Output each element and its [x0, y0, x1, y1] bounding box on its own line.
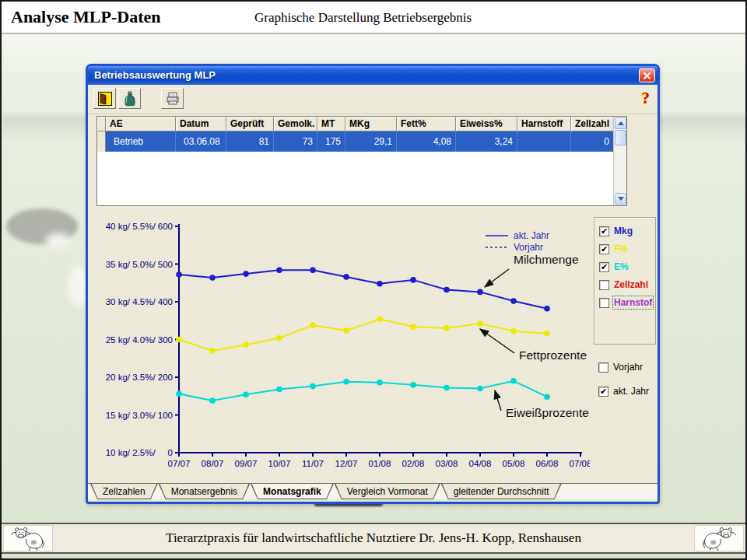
toolbar: ? — [88, 85, 658, 114]
column-header[interactable]: AE — [106, 117, 176, 131]
column-header[interactable]: MT — [317, 117, 345, 131]
checkbox-harnstof[interactable]: Harnstof — [599, 297, 655, 308]
page-header: Analyse MLP-Daten Graphische Darstellung… — [2, 2, 745, 34]
unchecked-checkbox-icon[interactable] — [598, 362, 608, 373]
milk-bottle-icon — [122, 91, 138, 107]
series-checkbox-group: ✔Mkg✔F%✔E%ZellzahlHarnstof — [594, 217, 656, 345]
checked-checkbox-icon[interactable]: ✔ — [598, 387, 608, 397]
grid-cell[interactable]: 29,1 — [345, 131, 397, 152]
year-checkbox-group: Vorjahr✔akt. Jahr — [598, 362, 649, 410]
grid-scrollbar[interactable] — [613, 117, 626, 205]
cow-clipart-right — [694, 525, 744, 551]
column-header[interactable]: Geprüft — [226, 117, 274, 131]
background-cow-shape — [45, 233, 72, 249]
exit-door-icon — [97, 91, 113, 107]
tab-monatsergebnis[interactable]: Monatsergebnis — [159, 484, 250, 499]
grid-cell[interactable]: Betrieb — [106, 131, 176, 152]
print-button[interactable] — [161, 88, 184, 109]
page-title: Analyse MLP-Daten — [11, 7, 160, 27]
app-window: Betriebsauswertung MLP — [86, 64, 660, 504]
svg-text:08/07: 08/07 — [202, 459, 224, 468]
tab-monatsgrafik[interactable]: Monatsgrafik — [251, 484, 334, 499]
tab-label: Monatsergebnis — [159, 484, 250, 497]
column-header[interactable]: Harnstoff — [517, 117, 571, 131]
grid-cell[interactable]: 4,08 — [397, 131, 456, 152]
tab-label: Zellzahlen — [90, 484, 158, 497]
grid-cell[interactable]: 03.06.08 — [176, 131, 226, 152]
checkbox-zellzahl[interactable]: Zellzahl — [599, 279, 655, 290]
checkbox-akt-jahr[interactable]: ✔akt. Jahr — [598, 386, 649, 397]
column-header[interactable]: Zellzahl — [571, 117, 613, 131]
svg-text:01/08: 01/08 — [369, 459, 391, 468]
svg-text:07/08: 07/08 — [570, 459, 590, 468]
scroll-up-button[interactable] — [615, 117, 626, 129]
checked-checkbox-icon[interactable]: ✔ — [599, 226, 609, 236]
window-titlebar[interactable]: Betriebsauswertung MLP — [88, 66, 658, 85]
grid-header-row: AEDatumGeprüftGemolk.MTMKgFett%Eiweiss%H… — [97, 117, 613, 131]
svg-text:35 kg/ 5.0%/ 500: 35 kg/ 5.0%/ 500 — [106, 260, 173, 269]
window-title: Betriebsauswertung MLP — [94, 69, 216, 81]
series-panel: ✔Mkg✔F%✔E%ZellzahlHarnstof Vorjahr✔akt. … — [592, 209, 658, 481]
checkbox-label: E% — [614, 261, 629, 272]
scroll-down-button[interactable] — [615, 193, 626, 205]
tab-vergleich-vormonat[interactable]: Vergleich Vormonat — [335, 484, 440, 499]
svg-text:07/07: 07/07 — [168, 459, 191, 468]
svg-text:40 kg/ 5.5%/ 600: 40 kg/ 5.5%/ 600 — [106, 222, 173, 231]
mlp-grid: AEDatumGeprüftGemolk.MTMKgFett%Eiweiss%H… — [96, 116, 627, 206]
scrollbar-thumb[interactable] — [615, 130, 626, 145]
arrow-up-icon — [618, 121, 624, 125]
svg-text:Eiweißprozente: Eiweißprozente — [506, 406, 589, 419]
checkbox-label: akt. Jahr — [613, 386, 649, 397]
svg-text:09/07: 09/07 — [235, 459, 258, 468]
grid-indicator-header — [97, 117, 106, 131]
svg-text:Milchmenge: Milchmenge — [514, 253, 579, 266]
column-header[interactable]: Datum — [176, 117, 226, 131]
row-indicator — [97, 131, 106, 152]
help-button[interactable]: ? — [642, 89, 651, 108]
tab-label: gleitender Durchschnitt — [441, 484, 562, 497]
unchecked-checkbox-icon[interactable] — [599, 298, 609, 308]
checked-checkbox-icon[interactable]: ✔ — [599, 244, 609, 254]
checkbox-vorjahr[interactable]: Vorjahr — [598, 362, 649, 373]
svg-text:Fettprozente: Fettprozente — [519, 348, 587, 362]
grid-cell[interactable]: 81 — [226, 131, 274, 152]
svg-text:Vorjahr: Vorjahr — [514, 242, 543, 253]
milk-data-button[interactable] — [118, 88, 141, 109]
screen-frame: Analyse MLP-Daten Graphische Darstellung… — [0, 0, 747, 560]
svg-text:25 kg/ 4.0%/ 300: 25 kg/ 4.0%/ 300 — [106, 335, 173, 345]
column-header[interactable]: MKg — [345, 117, 397, 131]
grid-cell[interactable]: 73 — [274, 131, 317, 152]
grid-cell[interactable]: 3,24 — [456, 131, 517, 152]
checkbox-f-[interactable]: ✔F% — [599, 243, 655, 254]
svg-text:11/07: 11/07 — [302, 459, 324, 468]
checkbox-e-[interactable]: ✔E% — [599, 261, 655, 272]
tab-zellzahlen[interactable]: Zellzahlen — [90, 484, 158, 499]
checkbox-mkg[interactable]: ✔Mkg — [599, 226, 655, 236]
svg-text:04/08: 04/08 — [469, 459, 492, 468]
grid-data-row[interactable]: Betrieb03.06.08817317529,14,083,240 — [97, 131, 613, 152]
checked-checkbox-icon[interactable]: ✔ — [599, 262, 609, 272]
checkbox-label: Mkg — [614, 226, 633, 236]
checkbox-label: Vorjahr — [613, 362, 643, 373]
column-header[interactable]: Eiweiss% — [456, 117, 517, 131]
svg-text:05/08: 05/08 — [503, 459, 525, 468]
column-header[interactable]: Fett% — [397, 117, 456, 131]
checkbox-label: F% — [614, 243, 628, 254]
column-header[interactable]: Gemolk. — [274, 117, 317, 131]
svg-text:30 kg/ 4.5%/ 400: 30 kg/ 4.5%/ 400 — [106, 297, 173, 306]
svg-text:10 kg/ 2.5%/ 0: 10 kg/ 2.5%/ 0 — [106, 448, 173, 457]
tab-gleitender-durchschnitt[interactable]: gleitender Durchschnitt — [441, 484, 562, 499]
svg-text:akt. Jahr: akt. Jahr — [514, 230, 549, 241]
close-icon — [643, 72, 651, 80]
svg-text:02/08: 02/08 — [402, 459, 425, 468]
tab-strip: ZellzahlenMonatsergebnisMonatsgrafikVerg… — [88, 483, 658, 499]
tab-label: Monatsgrafik — [251, 484, 334, 497]
grid-cell[interactable]: 0 — [571, 131, 613, 152]
close-button[interactable] — [639, 68, 655, 82]
svg-text:10/07: 10/07 — [268, 459, 291, 468]
grid-cell[interactable] — [517, 131, 571, 152]
footer-bar: Tierarztpraxis für landwirtschaftliche N… — [2, 523, 745, 554]
grid-cell[interactable]: 175 — [317, 131, 345, 152]
unchecked-checkbox-icon[interactable] — [599, 280, 609, 290]
exit-button[interactable] — [93, 88, 116, 109]
